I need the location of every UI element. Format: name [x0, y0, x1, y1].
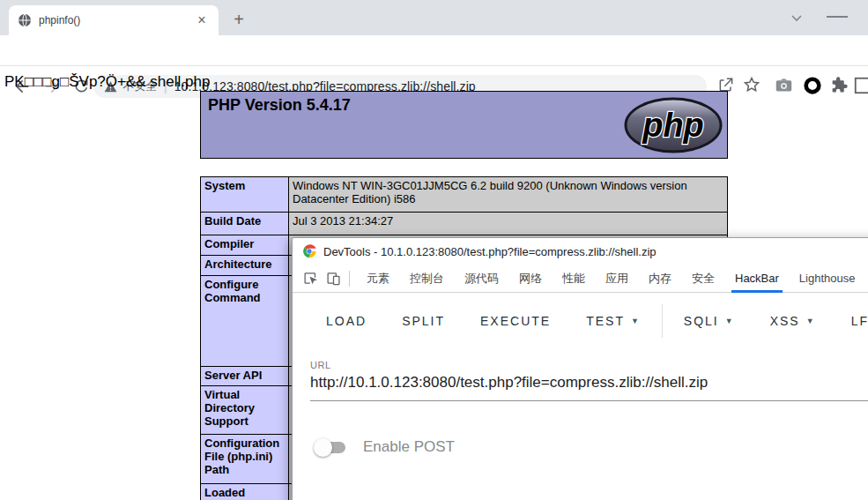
info-label: Architecture — [201, 256, 289, 276]
info-value: Jul 3 2013 21:34:27 — [289, 213, 728, 235]
devtools-tab-network[interactable]: 网络 — [510, 265, 551, 293]
url-field-underline — [310, 400, 868, 401]
dropdown-caret-icon: ▼ — [806, 317, 816, 325]
devtools-tab-hackbar[interactable]: HackBar — [726, 265, 788, 293]
devtools-tab-performance[interactable]: 性能 — [553, 265, 594, 293]
window-minimize-icon[interactable] — [827, 16, 848, 18]
enable-post-toggle[interactable] — [315, 438, 347, 456]
toggle-thumb[interactable] — [314, 438, 332, 457]
info-label: Configure Command — [201, 276, 289, 367]
hackbar-sqli-dropdown[interactable]: SQLI▼ — [666, 314, 753, 328]
hackbar-load-button[interactable]: LOAD — [308, 314, 384, 328]
info-label: Configuration File (php.ini) Path — [201, 435, 289, 484]
browser-toolbar: 不安全 | 10.1.0.123:8080/test.php?file=comp… — [0, 35, 868, 66]
info-label: Compiler — [201, 235, 289, 256]
info-value: Windows NT WIN-3GC01JJM5CG 6.2 build 920… — [289, 177, 728, 213]
devtools-window-title: DevTools - 10.1.0.123:8080/test.php?file… — [323, 245, 657, 258]
devtools-tab-memory[interactable]: 内存 — [640, 265, 680, 293]
dropdown-caret-icon: ▼ — [725, 317, 735, 325]
enable-post-label: Enable POST — [363, 438, 455, 456]
hackbar-lfi-dropdown[interactable]: LFI▼ — [834, 314, 868, 328]
chrome-logo-icon — [302, 244, 316, 258]
table-row: Build Date Jul 3 2013 21:34:27 — [201, 213, 728, 235]
circle-extension-icon[interactable] — [803, 76, 822, 95]
url-field-label: URL — [310, 360, 868, 370]
info-label: System — [201, 177, 289, 213]
devtools-tab-sources[interactable]: 源代码 — [456, 265, 508, 293]
dropdown-caret-icon: ▼ — [631, 317, 641, 325]
hackbar-split-button[interactable]: SPLIT — [384, 314, 463, 328]
tab-title: phpinfo() — [39, 14, 194, 26]
tab-close-icon[interactable]: × — [194, 12, 210, 28]
info-label: Virtual Directory Support — [201, 386, 289, 435]
browser-tab[interactable]: phpinfo() × — [9, 5, 219, 35]
devtools-tab-console[interactable]: 控制台 — [401, 265, 453, 293]
php-version-header: PHP Version 5.4.17 php — [200, 91, 728, 159]
info-label: Build Date — [201, 213, 289, 235]
devtools-tab-elements[interactable]: 元素 — [358, 265, 398, 293]
inspect-element-icon[interactable] — [300, 268, 321, 289]
profile-icon[interactable] — [853, 76, 868, 95]
php-logo-text: php — [642, 107, 704, 144]
tabbar-divider — [349, 271, 350, 287]
hackbar-toolbar-divider — [662, 304, 663, 338]
globe-icon — [18, 13, 32, 27]
tab-search-chevron-icon[interactable] — [790, 11, 804, 25]
bookmark-star-icon[interactable] — [743, 76, 762, 95]
browser-tab-strip: phpinfo() × + — [0, 0, 868, 35]
table-row: System Windows NT WIN-3GC01JJM5CG 6.2 bu… — [201, 177, 728, 213]
devtools-tab-lighthouse[interactable]: Lighthouse — [790, 265, 864, 293]
devtools-titlebar[interactable]: DevTools - 10.1.0.123:8080/test.php?file… — [293, 238, 868, 265]
raw-zip-output-text: PK□□□g□ŠVp?Ö+&& shell.php — [4, 73, 210, 91]
url-field-value[interactable]: http://10.1.0.123:8080/test.php?file=com… — [310, 374, 868, 392]
hackbar-test-dropdown[interactable]: TEST▼ — [568, 314, 658, 328]
info-label: Loaded — [201, 484, 289, 500]
extensions-puzzle-icon[interactable] — [830, 76, 849, 95]
devtools-tab-bar: 元素 控制台 源代码 网络 性能 应用 内存 安全 HackBar Lighth… — [293, 265, 868, 293]
new-tab-button[interactable]: + — [227, 9, 250, 32]
devtools-tab-application[interactable]: 应用 — [597, 265, 637, 293]
hackbar-url-field[interactable]: URL http://10.1.0.123:8080/test.php?file… — [310, 360, 868, 401]
hackbar-xss-dropdown[interactable]: XSS▼ — [753, 314, 834, 328]
camera-extension-icon[interactable] — [775, 76, 794, 95]
info-label: Server API — [201, 367, 289, 386]
devtools-window: DevTools - 10.1.0.123:8080/test.php?file… — [292, 237, 868, 500]
enable-post-row: Enable POST — [315, 438, 868, 456]
hackbar-toolbar: LOAD SPLIT EXECUTE TEST▼ SQLI▼ XSS▼ LFI▼ — [293, 303, 868, 339]
device-toolbar-icon[interactable] — [323, 268, 344, 289]
php-logo: php — [624, 97, 723, 153]
hackbar-execute-button[interactable]: EXECUTE — [463, 314, 568, 328]
devtools-tab-security[interactable]: 安全 — [683, 265, 723, 293]
